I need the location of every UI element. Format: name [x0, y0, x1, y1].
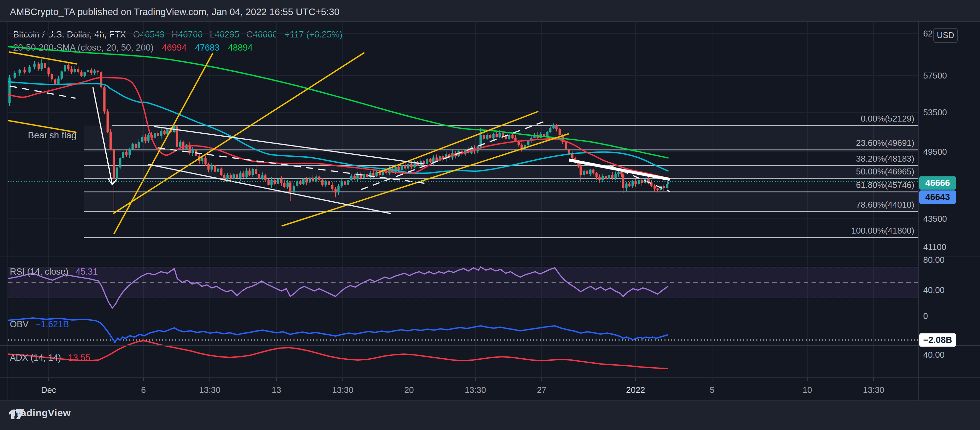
fib-level-label: 100.00%(41800)	[783, 226, 914, 236]
bearish-flag-annotation[interactable]: Bearish flag	[28, 130, 76, 140]
open-label: O	[133, 30, 140, 40]
change-value: +117 (+0.25%)	[285, 30, 343, 40]
obv-level-badge: −2.08B	[919, 333, 956, 347]
symbol-title: Bitcoin / U.S. Dollar, 4h, FTX	[13, 30, 126, 40]
high-value: 46766	[178, 30, 202, 40]
time-axis-label: 13	[272, 385, 282, 395]
time-axis-label: 2022	[626, 385, 645, 395]
close-value: 46666	[253, 30, 277, 40]
price-axis-label: 53500	[923, 107, 947, 118]
fib-level-label: 61.80%(45746)	[783, 180, 914, 190]
open-value: 46549	[140, 30, 164, 40]
low-value: 46295	[215, 30, 239, 40]
sma20-value: 46994	[162, 43, 186, 53]
time-axis-label: 6	[141, 385, 146, 395]
price-axis-label: 0	[923, 311, 928, 321]
fib-level-label: 38.20%(48183)	[783, 154, 914, 164]
price-axis-label: 57500	[923, 71, 947, 81]
obv-value: −1.621B	[36, 319, 69, 329]
fib-level-label: 78.60%(44010)	[783, 200, 914, 210]
tradingview-logo[interactable]: TradingView	[8, 407, 71, 419]
time-axis-label: 13:30	[332, 385, 353, 395]
current-price-badge: 46666	[919, 177, 956, 190]
close-label: C	[247, 30, 253, 40]
currency-toggle-button[interactable]: USD	[933, 28, 958, 43]
rsi-value: 45.31	[75, 267, 98, 277]
price-axis-label: 80.00	[923, 255, 945, 265]
obv-legend[interactable]: OBV −1.621B	[10, 319, 69, 330]
symbol-legend[interactable]: Bitcoin / U.S. Dollar, 4h, FTX O46549 H4…	[13, 30, 342, 40]
sma50-value: 47683	[195, 43, 220, 53]
time-axis-label: 27	[537, 385, 547, 395]
low-label: L	[210, 30, 215, 40]
adx-title: ADX (14, 14)	[10, 353, 61, 363]
time-axis-label: 5	[710, 385, 714, 395]
chart-background[interactable]	[0, 22, 980, 401]
time-axis-label: 13:30	[863, 385, 884, 395]
time-axis-label: 13:30	[199, 385, 220, 395]
price-axis-label: 41100	[923, 242, 946, 252]
secondary-price-badge: 46643	[919, 191, 956, 204]
high-label: H	[172, 30, 178, 40]
time-axis-label: 13:30	[465, 385, 486, 395]
time-axis-label: 20	[404, 385, 414, 395]
rsi-title: RSI (14, close)	[10, 267, 68, 277]
adx-legend[interactable]: ADX (14, 14) 13.55	[10, 353, 90, 363]
price-axis-label: 40.00	[923, 350, 945, 360]
sma-legend[interactable]: 20-50-200-SMA (close, 20, 50, 200) 46994…	[13, 43, 253, 53]
price-axis-label: 43500	[923, 214, 947, 224]
sma-title: 20-50-200-SMA (close, 20, 50, 200)	[13, 43, 154, 53]
tradingview-snapshot: AMBCrypto_TA published on TradingView.co…	[0, 0, 980, 430]
rsi-legend[interactable]: RSI (14, close) 45.31	[10, 267, 98, 277]
sma200-value: 48894	[228, 43, 253, 53]
fib-level-label: 0.00%(52129)	[783, 114, 914, 124]
fib-level-label: 23.60%(49691)	[783, 138, 914, 148]
adx-value: 13.55	[68, 353, 91, 363]
price-axis-label: 40.00	[923, 285, 945, 295]
time-axis-label: Dec	[41, 385, 56, 395]
price-axis-label: 49500	[923, 147, 947, 157]
time-axis-label: 10	[803, 385, 812, 395]
tradingview-wordmark: TradingView	[11, 407, 71, 419]
publish-header: AMBCrypto_TA published on TradingView.co…	[10, 6, 339, 18]
fib-level-label: 50.00%(46965)	[783, 167, 914, 177]
obv-title: OBV	[10, 319, 29, 329]
